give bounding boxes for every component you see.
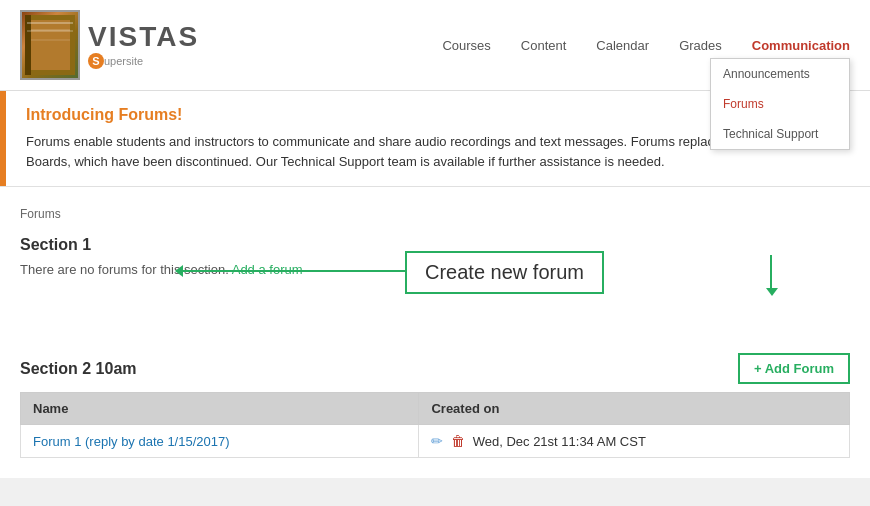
nav-content[interactable]: Content (521, 38, 567, 53)
logo-title-area: VISTAS Supersite (88, 21, 199, 69)
callout-annotation: Create new forum (20, 283, 850, 338)
section1: Section 1 There are no forums for this s… (20, 236, 850, 338)
logo-subtitle: Supersite (88, 53, 199, 69)
section2-header: Section 2 10am + Add Forum (20, 353, 850, 384)
forum-name-cell: Forum 1 (reply by date 1/15/2017) (21, 425, 419, 458)
col-created-header: Created on (419, 393, 850, 425)
logo-g-circle: S (88, 53, 104, 69)
logo-book-image (20, 10, 80, 80)
section1-content: There are no forums for this section. Ad… (20, 262, 850, 338)
main-content: Forums Section 1 There are no forums for… (0, 187, 870, 478)
arrow-down-line (770, 255, 772, 290)
logo-title: VISTAS (88, 21, 199, 53)
header: VISTAS Supersite Courses Content Calenda… (0, 0, 870, 91)
add-forum-button[interactable]: + Add Forum (738, 353, 850, 384)
arrow-left-line (183, 270, 413, 272)
svg-rect-1 (30, 20, 70, 70)
edit-icon-button[interactable]: ✏ (431, 433, 443, 449)
logo-area: VISTAS Supersite (20, 10, 199, 80)
section2-title: Section 2 10am (20, 360, 137, 378)
section2: Section 2 10am + Add Forum Name Created … (20, 353, 850, 458)
breadcrumb: Forums (20, 207, 850, 221)
col-name-header: Name (21, 393, 419, 425)
dropdown-menu: Announcements Forums Technical Support (710, 58, 850, 150)
arrow-down-head (766, 288, 778, 296)
forum-created-cell: ✏ 🗑 Wed, Dec 21st 11:34 AM CST (419, 425, 850, 458)
nav-grades[interactable]: Grades (679, 38, 722, 53)
dropdown-technical-support[interactable]: Technical Support (711, 119, 849, 149)
nav-communication-dropdown: Communication Announcements Forums Techn… (752, 38, 850, 53)
nav-area: Courses Content Calendar Grades Communic… (442, 38, 850, 53)
table-row: Forum 1 (reply by date 1/15/2017) ✏ 🗑 We… (21, 425, 850, 458)
forum-link[interactable]: Forum 1 (reply by date 1/15/2017) (33, 434, 230, 449)
arrow-left (175, 265, 413, 277)
forum-date: Wed, Dec 21st 11:34 AM CST (473, 434, 646, 449)
svg-rect-4 (25, 15, 31, 75)
arrow-left-head (175, 265, 183, 277)
callout-box: Create new forum (405, 251, 604, 294)
forum-table: Name Created on Forum 1 (reply by date 1… (20, 392, 850, 458)
nav-calendar[interactable]: Calendar (596, 38, 649, 53)
nav-communication[interactable]: Communication (752, 38, 850, 53)
nav-courses[interactable]: Courses (442, 38, 490, 53)
dropdown-announcements[interactable]: Announcements (711, 59, 849, 89)
delete-icon-button[interactable]: 🗑 (451, 433, 465, 449)
dropdown-forums[interactable]: Forums (711, 89, 849, 119)
